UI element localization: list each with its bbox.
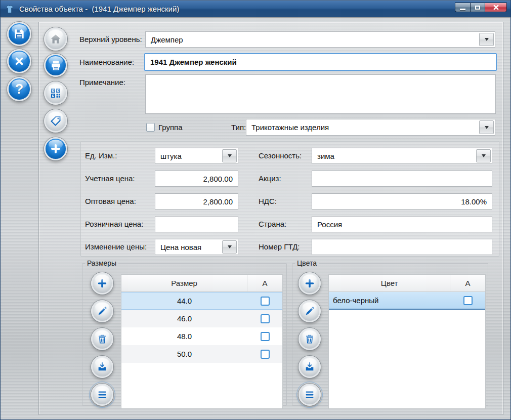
- unit-select[interactable]: штука: [155, 148, 238, 164]
- colors-title: Цвета: [295, 259, 319, 267]
- trash-icon: [304, 333, 315, 345]
- maximize-icon: [475, 6, 480, 10]
- excise-label: Акциз:: [259, 171, 281, 187]
- colors-list-button[interactable]: [299, 384, 321, 406]
- chevron-down-icon: [228, 154, 232, 157]
- colors-col-a-header[interactable]: А: [450, 275, 485, 291]
- season-select[interactable]: зима: [312, 148, 492, 164]
- sizes-add-button[interactable]: [91, 272, 113, 295]
- plus-icon: [50, 143, 62, 155]
- details-box: Ед. Изм.: штука Сезонность: зима Учетная…: [80, 141, 499, 257]
- import-icon: [97, 361, 108, 372]
- accounting-price-input[interactable]: [155, 171, 238, 187]
- type-label: Тип:: [231, 119, 246, 136]
- print-button[interactable]: [44, 54, 67, 77]
- list-icon: [304, 389, 315, 400]
- size-row[interactable]: 50.0: [121, 345, 282, 363]
- maximize-button[interactable]: [470, 3, 485, 12]
- plus-icon: [97, 278, 108, 289]
- type-select[interactable]: Трикотажные изделия: [246, 119, 495, 136]
- price-change-dropdown-button[interactable]: [222, 240, 237, 254]
- group-checkbox[interactable]: [146, 123, 155, 132]
- name-input[interactable]: [144, 53, 497, 71]
- save-button[interactable]: [7, 22, 31, 46]
- color-row[interactable]: бело-черный: [329, 292, 485, 310]
- size-value: 50.0: [121, 350, 247, 358]
- price-change-label: Изменение цены:: [85, 239, 147, 255]
- group-label: Группа: [158, 119, 183, 136]
- size-row[interactable]: 48.0: [121, 327, 282, 345]
- top-level-value: Джемпер: [146, 32, 478, 47]
- sizes-edit-button[interactable]: [91, 300, 113, 322]
- properties-window: Свойства объекта - (1941 Джемпер женский…: [0, 0, 511, 420]
- sizes-table-header: Размер А: [121, 275, 282, 292]
- size-value: 48.0: [121, 332, 247, 341]
- gtd-input[interactable]: [312, 239, 492, 255]
- help-button[interactable]: ?: [7, 77, 31, 101]
- size-row[interactable]: 44.0: [121, 292, 282, 310]
- note-textarea[interactable]: [145, 74, 496, 114]
- add-object-button[interactable]: [44, 137, 67, 160]
- colors-edit-button[interactable]: [299, 300, 321, 322]
- cancel-button[interactable]: [7, 49, 31, 73]
- sizes-list-button[interactable]: [91, 384, 113, 406]
- edit-icon: [97, 306, 108, 317]
- top-level-select[interactable]: Джемпер: [145, 31, 495, 48]
- barcode-button[interactable]: [44, 81, 67, 105]
- sizes-col-a-header[interactable]: А: [247, 275, 282, 291]
- chevron-down-icon: [228, 245, 232, 248]
- price-change-value: Цена новая: [155, 239, 221, 255]
- edit-icon: [304, 306, 315, 317]
- color-active-checkbox[interactable]: [463, 296, 473, 305]
- help-icon: ?: [15, 82, 24, 96]
- colors-delete-button[interactable]: [299, 328, 321, 350]
- sizes-col-size-header[interactable]: Размер: [121, 275, 247, 291]
- sizes-delete-button[interactable]: [91, 328, 113, 350]
- unit-dropdown-button[interactable]: [222, 149, 237, 162]
- unit-label: Ед. Изм.:: [85, 148, 117, 164]
- colors-import-button[interactable]: [299, 356, 321, 378]
- vat-label: НДС:: [259, 193, 277, 209]
- sizes-groupbox: Размеры: [82, 259, 287, 406]
- season-value: зима: [312, 148, 475, 163]
- colors-col-color-header[interactable]: Цвет: [329, 275, 450, 291]
- sizes-import-button[interactable]: [91, 356, 113, 378]
- colors-add-button[interactable]: [299, 272, 321, 295]
- list-icon: [97, 389, 108, 400]
- sizes-title: Размеры: [85, 259, 118, 267]
- sizes-table: Размер А 44.0 46.0 48.0 50.0: [121, 274, 283, 409]
- home-button[interactable]: [44, 27, 67, 51]
- retail-price-input[interactable]: [155, 216, 238, 232]
- colors-groupbox: Цвета: [292, 259, 488, 406]
- unit-value: штука: [155, 148, 221, 163]
- window-title: Свойства объекта - (1941 Джемпер женский…: [19, 5, 455, 13]
- size-value: 44.0: [121, 297, 247, 305]
- retail-price-label: Розничная цена:: [85, 216, 143, 232]
- titlebar: Свойства объекта - (1941 Джемпер женский…: [1, 1, 510, 17]
- size-active-checkbox[interactable]: [261, 332, 270, 341]
- size-active-checkbox[interactable]: [261, 350, 270, 359]
- close-icon: [493, 4, 499, 11]
- printer-icon: [50, 59, 62, 72]
- app-icon: [4, 4, 15, 15]
- chevron-down-icon: [485, 126, 489, 129]
- wholesale-price-label: Оптовая цена:: [85, 193, 136, 209]
- close-window-button[interactable]: [485, 3, 507, 12]
- minimize-button[interactable]: [455, 3, 470, 12]
- excise-input[interactable]: [312, 171, 492, 187]
- top-level-dropdown-button[interactable]: [479, 33, 494, 46]
- tag-button[interactable]: [44, 109, 67, 133]
- size-row[interactable]: 46.0: [121, 310, 282, 327]
- wholesale-price-input[interactable]: [155, 193, 238, 209]
- vat-input[interactable]: [312, 193, 492, 209]
- size-active-checkbox[interactable]: [261, 297, 270, 306]
- type-dropdown-button[interactable]: [479, 120, 494, 134]
- season-label: Сезонность:: [259, 148, 302, 164]
- main-panel: Верхний уровень: Джемпер Наименование: П…: [38, 22, 503, 415]
- gtd-label: Номер ГТД:: [259, 239, 300, 255]
- price-change-select[interactable]: Цена новая: [155, 239, 238, 255]
- size-active-checkbox[interactable]: [261, 314, 270, 323]
- season-dropdown-button[interactable]: [476, 149, 491, 162]
- country-input[interactable]: [312, 216, 492, 232]
- size-value: 46.0: [121, 314, 247, 323]
